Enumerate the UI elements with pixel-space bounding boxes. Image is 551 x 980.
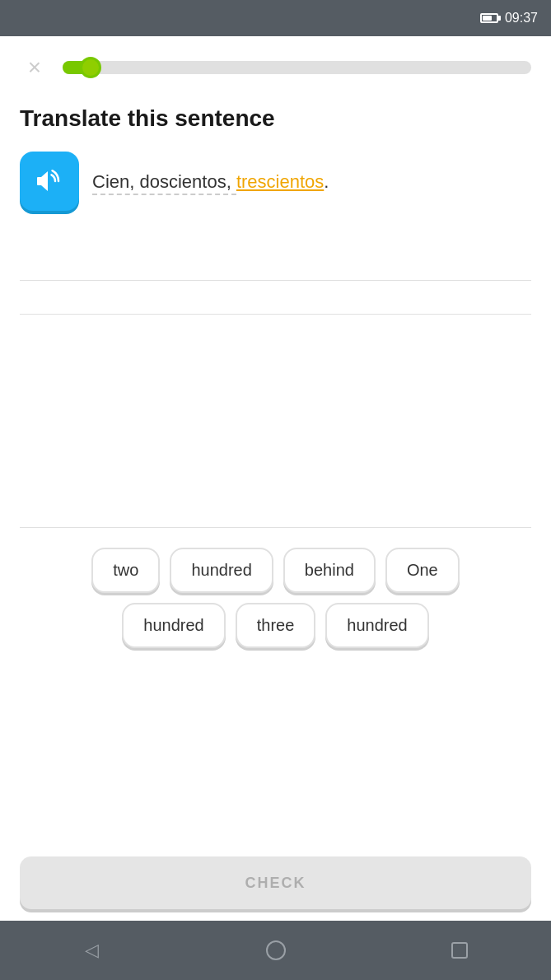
word-chip-hundred2[interactable]: hundred [122, 603, 225, 648]
speaker-icon [35, 166, 64, 196]
word-row-1: two hundred behind One [20, 548, 531, 593]
nav-back-button[interactable] [68, 926, 117, 975]
answer-line-2 [20, 314, 531, 315]
word-chip-one[interactable]: One [385, 548, 460, 593]
sentence-text: Cien, doscientos, trescientos. [92, 168, 329, 195]
progress-bar-fill [63, 61, 100, 74]
answer-line-1 [20, 280, 531, 281]
sentence-period: . [324, 171, 329, 192]
nav-home-button[interactable] [251, 926, 301, 975]
progress-bar-track [63, 61, 531, 74]
top-bar: × [20, 53, 531, 82]
word-choices-area: two hundred behind One hundred three hun… [0, 527, 551, 658]
answer-area [20, 234, 531, 361]
word-row-2: hundred three hundred [20, 603, 531, 648]
check-button-area: CHECK [0, 856, 551, 909]
recent-icon [451, 942, 468, 959]
bottom-nav [0, 921, 551, 980]
home-icon [266, 940, 286, 960]
close-button[interactable]: × [20, 53, 49, 82]
main-content: × Translate this sentence Cien, doscient… [0, 36, 551, 921]
status-time: 09:37 [505, 11, 538, 26]
close-icon: × [28, 56, 41, 79]
word-chip-hundred1[interactable]: hundred [170, 548, 273, 593]
nav-recent-button[interactable] [435, 926, 484, 975]
sentence-normal: Cien, doscientos, [92, 171, 236, 195]
sentence-row: Cien, doscientos, trescientos. [20, 152, 531, 211]
check-button[interactable]: CHECK [20, 856, 531, 909]
back-icon [85, 940, 99, 961]
sentence-highlight: trescientos [236, 171, 324, 192]
word-chip-hundred3[interactable]: hundred [325, 603, 428, 648]
word-chip-three[interactable]: three [236, 603, 316, 648]
status-bar: 09:37 [0, 0, 551, 36]
speaker-button[interactable] [20, 152, 79, 211]
instruction-title: Translate this sentence [20, 105, 531, 132]
battery-icon [480, 13, 498, 23]
word-chip-two[interactable]: two [91, 548, 160, 593]
word-choices-divider [20, 527, 531, 528]
word-chip-behind[interactable]: behind [283, 548, 376, 593]
